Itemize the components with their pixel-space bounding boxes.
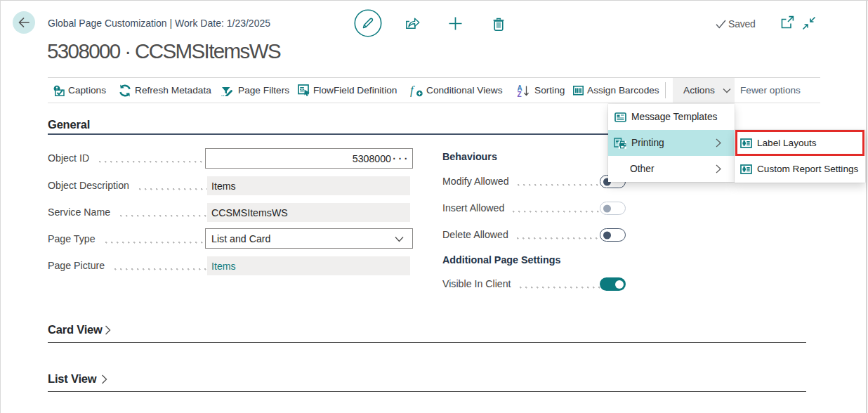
svg-text:f: f — [410, 84, 415, 97]
svg-text:Z: Z — [518, 90, 522, 97]
